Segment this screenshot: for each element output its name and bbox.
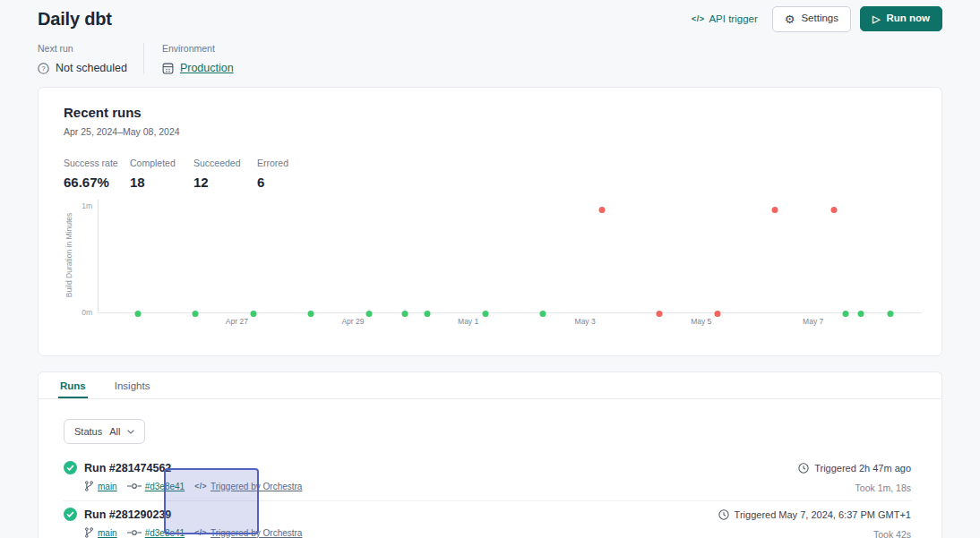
job-meta: Next run ? Not scheduled Environment Pro…: [38, 43, 250, 74]
stat-label: Completed: [130, 158, 193, 168]
run-row[interactable]: Run #281290239main#d3e8e41</>Triggered b…: [64, 501, 911, 538]
branch-icon: [84, 481, 94, 491]
stat-errored: Errored6: [257, 158, 321, 190]
commit-icon: [127, 482, 142, 490]
x-tick-label: May 3: [575, 317, 596, 326]
run-dot-success[interactable]: [540, 311, 546, 317]
run-title: Run #281290239: [84, 508, 171, 521]
run-now-button[interactable]: ▷ Run now: [860, 6, 942, 31]
next-run-label: Next run: [38, 43, 127, 54]
run-dot-success[interactable]: [401, 311, 408, 317]
settings-label: Settings: [801, 13, 838, 24]
environment-label: Environment: [162, 43, 234, 54]
job-page: Daily dbt </> API trigger ⚙ Settings ▷ R…: [0, 0, 980, 538]
chart-plot: Apr 27Apr 29May 1May 3May 5May 7: [98, 200, 922, 313]
api-trigger-link[interactable]: </> API trigger: [692, 13, 758, 24]
svg-text:?: ?: [41, 64, 45, 73]
run-right: Triggered May 7, 2024, 6:37 PM GMT+1Took…: [718, 508, 911, 538]
run-dot-success[interactable]: [250, 311, 256, 317]
run-title: Run #281474562: [84, 462, 171, 474]
run-left: Run #281474562main#d3e8e41</>Triggered b…: [64, 461, 302, 493]
run-row[interactable]: Run #281474562main#d3e8e41</>Triggered b…: [64, 455, 911, 501]
stats-row: Success rate66.67%Completed18Succeeded12…: [64, 158, 916, 190]
run-dot-error[interactable]: [772, 207, 778, 213]
run-dot-success[interactable]: [482, 311, 488, 317]
x-tick-label: Apr 27: [226, 317, 248, 326]
run-dot-error[interactable]: [830, 207, 837, 213]
page-header: Daily dbt </> API trigger ⚙ Settings ▷ R…: [38, 0, 942, 38]
run-dot-error[interactable]: [656, 311, 662, 317]
environment-block: Environment Production: [143, 43, 250, 74]
stat-value: 6: [257, 175, 321, 190]
branch-icon: [84, 527, 94, 538]
environment-value: Production: [162, 62, 234, 74]
stat-success-rate: Success rate66.67%: [64, 158, 130, 190]
x-tick-label: May 1: [458, 317, 478, 326]
x-tick-label: Apr 29: [341, 317, 364, 326]
success-check-icon: [64, 508, 77, 521]
branch-link[interactable]: main: [98, 482, 117, 491]
recent-runs-card: Recent runs Apr 25, 2024–May 08, 2024 Su…: [38, 87, 942, 356]
run-left: Run #281290239main#d3e8e41</>Triggered b…: [64, 508, 302, 538]
status-filter-value: All: [109, 426, 120, 437]
next-run-block: Next run ? Not scheduled: [38, 43, 143, 74]
chevron-down-icon: [127, 430, 134, 434]
runs-content: Status All Run #281474562main#d3e8e41</>…: [39, 399, 941, 538]
run-dot-success[interactable]: [366, 311, 373, 317]
clock-icon: [718, 509, 729, 520]
stat-value: 18: [130, 175, 193, 190]
stat-value: 66.67%: [64, 175, 130, 190]
x-tick-label: May 7: [803, 317, 823, 326]
stat-label: Success rate: [64, 158, 130, 168]
runs-card: RunsInsights Status All Run #281474562ma…: [38, 371, 942, 538]
triggered-by-link[interactable]: Triggered by Orchestra: [211, 482, 302, 491]
clock-icon: [798, 463, 809, 474]
page-title: Daily dbt: [38, 9, 112, 30]
run-dot-success[interactable]: [135, 311, 142, 317]
database-icon: [162, 63, 174, 74]
runs-list: Run #281474562main#d3e8e41</>Triggered b…: [64, 455, 911, 538]
stat-label: Errored: [257, 158, 321, 168]
build-duration-chart: Build Duration in Minutes Apr 27Apr 29Ma…: [39, 200, 941, 336]
run-right: Triggered 2h 47m agoTook 1m, 18s: [798, 461, 911, 493]
commit-link[interactable]: #d3e8e41: [145, 482, 185, 491]
header-actions: </> API trigger ⚙ Settings ▷ Run now: [692, 6, 942, 32]
api-trigger-label: API trigger: [709, 13, 757, 24]
recent-runs-title: Recent runs: [64, 105, 916, 120]
run-dot-success[interactable]: [193, 311, 199, 317]
run-dot-success[interactable]: [308, 311, 314, 317]
environment-link[interactable]: Production: [180, 62, 234, 74]
next-run-value: ? Not scheduled: [38, 62, 127, 74]
status-filter-dropdown[interactable]: Status All: [64, 419, 145, 444]
branch-link[interactable]: main: [98, 528, 117, 538]
run-dot-error[interactable]: [598, 207, 605, 213]
stat-value: 12: [193, 175, 257, 190]
code-icon: </>: [194, 528, 207, 537]
run-dot-success[interactable]: [888, 311, 894, 317]
stat-succeeded: Succeeded12: [193, 158, 257, 190]
tab-runs[interactable]: Runs: [58, 372, 88, 398]
code-icon: </>: [692, 14, 705, 23]
run-dot-success[interactable]: [857, 311, 864, 317]
took-text: Took 1m, 18s: [798, 482, 911, 493]
gear-icon: ⚙: [785, 13, 795, 25]
y-tick-label: 1m: [71, 201, 92, 210]
x-tick-label: May 5: [691, 317, 711, 326]
triggered-text: Triggered May 7, 2024, 6:37 PM GMT+1: [735, 509, 911, 520]
triggered-by-link[interactable]: Triggered by Orchestra: [211, 528, 302, 538]
play-icon: ▷: [873, 14, 880, 24]
run-dot-error[interactable]: [715, 311, 721, 317]
took-text: Took 42s: [718, 529, 911, 538]
settings-button[interactable]: ⚙ Settings: [772, 6, 851, 32]
triggered-text: Triggered 2h 47m ago: [814, 463, 911, 474]
tab-bar: RunsInsights: [39, 372, 941, 399]
y-tick-label: 0m: [71, 308, 92, 317]
tab-insights[interactable]: Insights: [113, 372, 152, 398]
run-dot-success[interactable]: [424, 311, 430, 317]
stat-label: Succeeded: [193, 158, 257, 168]
commit-icon: [127, 529, 142, 536]
run-now-label: Run now: [886, 13, 930, 24]
run-dot-success[interactable]: [843, 311, 849, 317]
code-icon: </>: [194, 482, 207, 491]
commit-link[interactable]: #d3e8e41: [145, 528, 185, 538]
